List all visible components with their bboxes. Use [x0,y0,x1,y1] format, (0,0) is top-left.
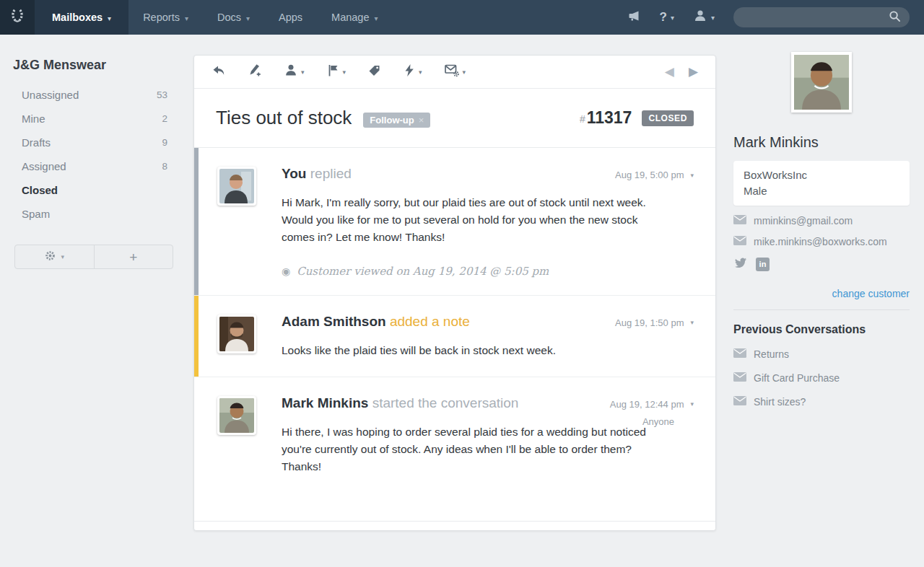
status-flag-button[interactable]: ▾ [326,63,346,80]
nav-item-mailboxes[interactable]: Mailboxes ▾ [35,0,128,35]
laurel-wreath-icon [8,6,27,28]
caret-down-icon: ▾ [463,69,466,76]
nav-item-docs[interactable]: Docs ▾ [203,0,264,35]
message-thread: You replied Hi Mark, I'm really sorry, b… [194,148,715,521]
folder-count: 9 [162,137,167,148]
previous-conversation-label: Gift Card Purchase [754,372,840,384]
viewed-strip [194,148,199,295]
previous-conversation-shirtsizes[interactable]: Shirt sizes? [733,396,910,408]
sidebar-divider [733,309,910,310]
account-menu-button[interactable]: ▾ [693,9,715,26]
folder-label: Drafts [22,136,51,149]
folder-drafts[interactable]: Drafts 9 [0,131,193,154]
message-timestamp-menu[interactable]: Aug 19, 1:50 pm ▾ [615,317,694,328]
message-action: started the conversation [372,395,519,410]
add-note-button[interactable] [248,63,263,81]
reply-button[interactable] [212,63,226,81]
message-body: Looks like the plaid ties will be back i… [282,342,674,359]
mailbox-settings-button[interactable]: ▾ [15,245,95,268]
help-menu-button[interactable]: ? ▾ [660,10,674,25]
viewed-text: Customer viewed on Aug 19, 2014 @ 5:05 p… [297,265,549,278]
message-author: Mark Minkins [282,395,368,410]
previous-conversation-arrow[interactable]: ◀ [665,64,674,79]
customer-email-primary[interactable]: mminkins@gmail.com [733,215,910,227]
person-icon [693,9,707,26]
caret-down-icon: ▾ [301,69,305,76]
conversation-title: Ties out of stock [216,107,352,129]
previous-conversation-giftcard[interactable]: Gift Card Purchase [733,372,910,384]
tag-followup[interactable]: Follow-up × [363,113,430,128]
caret-down-icon: ▾ [185,14,188,22]
nav-item-label: Reports [143,12,180,23]
customer-viewed-row: ◉ Customer viewed on Aug 19, 2014 @ 5:05… [282,265,694,278]
folder-label: Mine [22,113,45,125]
message-action: replied [310,166,352,181]
caret-down-icon: ▾ [375,14,378,22]
customer-gender: Male [744,183,899,199]
previous-conversation-returns[interactable]: Returns [733,348,910,360]
nav-item-apps[interactable]: Apps [264,0,317,35]
top-nav: Mailboxes ▾ Reports ▾ Docs ▾ Apps Manage… [0,0,924,35]
avatar [217,315,256,353]
message-timestamp-menu[interactable]: Aug 19, 12:44 pm ▾ [610,399,694,410]
nav-items: Mailboxes ▾ Reports ▾ Docs ▾ Apps Manage… [35,0,393,35]
avatar [217,396,256,435]
conversation-pager: ◀ ▶ [665,64,698,79]
tag-button[interactable] [367,63,381,80]
search-icon[interactable] [889,10,901,25]
previous-conversation-label: Returns [754,348,789,360]
assign-person-icon [284,63,298,80]
previous-conversation-label: Shirt sizes? [754,396,806,408]
nav-item-reports[interactable]: Reports ▾ [128,0,203,35]
caret-down-icon: ▾ [690,319,694,326]
message-body: Hi Mark, I'm really sorry, but our plaid… [282,194,674,246]
envelope-icon [733,396,746,408]
next-conversation-arrow[interactable]: ▶ [689,64,698,79]
message-original: Mark Minkins started the conversation Hi… [194,377,715,493]
mailbox-sidebar: J&G Menswear Unassigned 53 Mine 2 Drafts… [0,35,193,269]
email-settings-button[interactable]: ▾ [444,63,466,81]
conversation-panel: ▾ ▾ ▾ [193,55,716,531]
note-pen-icon [248,63,263,81]
message-note: Adam Smithson added a note Looks like th… [194,296,715,377]
caret-down-icon: ▾ [690,400,694,408]
customer-social-row: in [733,257,910,272]
reply-icon [212,63,226,81]
workflow-button[interactable]: ▾ [403,63,422,80]
help-icon: ? [660,10,667,25]
flag-icon [326,63,340,80]
new-conversation-button[interactable]: + [95,245,173,268]
search-input[interactable] [742,12,889,23]
helpscout-logo[interactable] [0,0,35,35]
nav-item-manage[interactable]: Manage ▾ [317,0,392,35]
sidebar-actions: ▾ + [14,245,173,269]
folder-spam[interactable]: Spam [0,202,193,226]
nav-item-label: Manage [331,12,369,23]
remove-tag-icon[interactable]: × [419,115,424,126]
message-timestamp: Aug 19, 1:50 pm [615,317,684,328]
folder-unassigned[interactable]: Unassigned 53 [0,83,193,107]
announcements-button[interactable] [627,9,641,26]
twitter-icon[interactable] [733,257,747,272]
linkedin-icon[interactable]: in [756,258,770,271]
caret-down-icon: ▾ [419,69,422,76]
global-search[interactable] [733,7,910,27]
change-customer-link[interactable]: change customer [733,288,910,299]
hash-symbol: # [580,113,585,125]
folder-assigned[interactable]: Assigned 8 [0,154,193,178]
message-assignee: Anyone [642,416,674,427]
folder-label: Spam [22,208,50,220]
folder-mine[interactable]: Mine 2 [0,107,193,131]
folder-count: 53 [157,89,167,100]
assign-button[interactable]: ▾ [284,63,305,80]
customer-email-secondary[interactable]: mike.minkins@boxworks.com [733,236,910,247]
envelope-icon [733,215,746,227]
message-body: Hi there, I was hoping to order several … [282,423,674,475]
caret-down-icon: ▾ [671,14,674,22]
envelope-icon [733,236,746,247]
status-badge: CLOSED [642,110,694,126]
message-timestamp-menu[interactable]: Aug 19, 5:00 pm ▾ [615,170,694,180]
folder-label: Unassigned [22,89,79,101]
folder-label: Assigned [22,160,66,172]
folder-closed[interactable]: Closed [0,178,193,202]
